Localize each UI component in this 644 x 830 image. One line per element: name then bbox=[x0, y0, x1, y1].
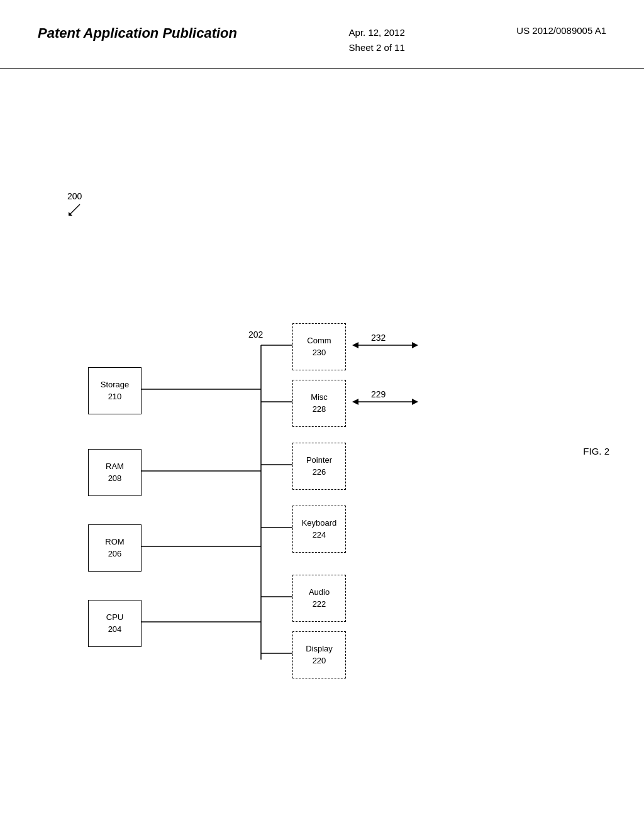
sheet-label: Sheet 2 of 11 bbox=[349, 42, 405, 53]
svg-marker-16 bbox=[352, 342, 358, 348]
page-header: Patent Application Publication Apr. 12, … bbox=[0, 0, 644, 69]
display-ref: 220 bbox=[313, 655, 326, 667]
svg-marker-15 bbox=[412, 342, 418, 348]
display-label: Display bbox=[306, 643, 333, 655]
patent-number: US 2012/0089005 A1 bbox=[516, 25, 606, 36]
pointer-ref: 226 bbox=[313, 467, 326, 478]
figure-label: FIG. 2 bbox=[583, 446, 609, 456]
ref-202-label: 202 bbox=[248, 329, 263, 340]
rom-box: ROM 206 bbox=[88, 524, 142, 572]
sheet-info: Apr. 12, 2012 Sheet 2 of 11 bbox=[349, 25, 405, 55]
audio-label: Audio bbox=[309, 587, 330, 598]
keyboard-label: Keyboard bbox=[302, 517, 337, 529]
misc-box: Misc 228 bbox=[292, 380, 346, 427]
rom-label: ROM bbox=[105, 536, 124, 548]
storage-label: Storage bbox=[101, 379, 130, 390]
diagram-area: 200 202 CPU 204 ROM 206 RAM 208 Storage … bbox=[0, 69, 644, 823]
misc-label: Misc bbox=[311, 392, 328, 403]
date-label: Apr. 12, 2012 bbox=[349, 27, 405, 38]
rom-ref: 206 bbox=[108, 548, 122, 560]
svg-marker-12 bbox=[412, 399, 418, 405]
ram-ref: 208 bbox=[108, 473, 122, 484]
cpu-label: CPU bbox=[106, 612, 123, 623]
ram-box: RAM 208 bbox=[88, 449, 142, 496]
pointer-box: Pointer 226 bbox=[292, 443, 346, 490]
ref-200-label: 200 bbox=[67, 191, 86, 222]
ref-200-arrow bbox=[67, 201, 86, 220]
misc-ref: 228 bbox=[313, 404, 326, 415]
keyboard-ref: 224 bbox=[313, 529, 326, 541]
cpu-box: CPU 204 bbox=[88, 600, 142, 647]
comm-ref: 230 bbox=[313, 347, 326, 358]
ram-label: RAM bbox=[106, 461, 124, 472]
audio-box: Audio 222 bbox=[292, 575, 346, 622]
storage-ref: 210 bbox=[108, 391, 122, 402]
pointer-label: Pointer bbox=[306, 455, 332, 466]
storage-box: Storage 210 bbox=[88, 367, 142, 414]
publication-title: Patent Application Publication bbox=[38, 25, 237, 42]
display-box: Display 220 bbox=[292, 631, 346, 678]
svg-marker-13 bbox=[352, 399, 358, 405]
cpu-ref: 204 bbox=[108, 624, 122, 635]
comm-arrow-ref: 232 bbox=[371, 333, 386, 343]
svg-line-17 bbox=[70, 204, 80, 214]
comm-label: Comm bbox=[307, 335, 331, 346]
misc-arrow-ref: 229 bbox=[371, 389, 386, 399]
audio-ref: 222 bbox=[313, 599, 326, 610]
comm-box: Comm 230 bbox=[292, 323, 346, 370]
keyboard-box: Keyboard 224 bbox=[292, 506, 346, 553]
